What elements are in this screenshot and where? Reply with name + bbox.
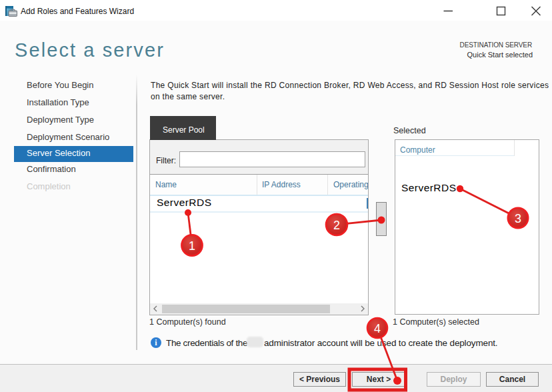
svg-text:3: 3 xyxy=(515,212,521,225)
svg-text:4: 4 xyxy=(374,322,381,335)
svg-text:1: 1 xyxy=(189,239,195,253)
svg-text:2: 2 xyxy=(333,219,340,232)
